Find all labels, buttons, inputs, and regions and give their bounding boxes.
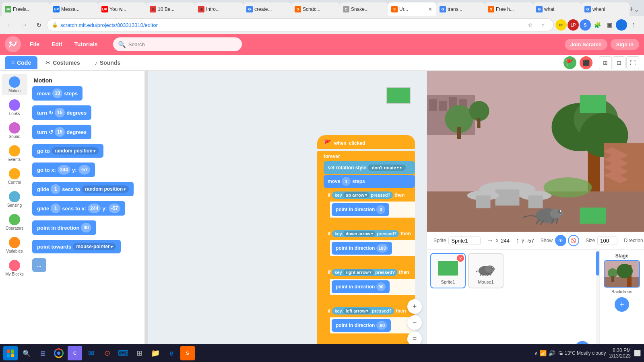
forward-button[interactable]: → (18, 19, 31, 31)
taskbar-mail[interactable]: ✉ (84, 346, 98, 360)
weather-info[interactable]: 🌤 13°C Mostly cloudy (558, 350, 606, 356)
join-scratch-button[interactable]: Join Scratch (565, 39, 607, 50)
extension-profile[interactable]: 👤 (616, 19, 627, 31)
tab-code[interactable]: ≡ Code (5, 56, 37, 69)
taskbar-search-button[interactable]: 🔍 (19, 346, 34, 360)
point-up-block[interactable]: point in direction 0 (332, 203, 389, 216)
category-events[interactable]: Events (2, 143, 27, 164)
point-down-block[interactable]: point in direction 180 (332, 242, 392, 255)
scratch-logo[interactable] (5, 36, 21, 52)
extension-lastpass[interactable]: LP (568, 19, 579, 31)
taskbar-apps[interactable]: ⊞ (132, 346, 147, 360)
tab-youtube[interactable]: UP You w... (98, 2, 147, 16)
turn-ccw-block[interactable]: turn ↺ 15 degrees (32, 125, 91, 139)
taskbar-taskview[interactable]: ⊞ (35, 346, 50, 360)
nav-file[interactable]: File (24, 39, 45, 50)
sprite-name-input[interactable] (448, 237, 481, 245)
refresh-button[interactable]: ↻ (32, 19, 45, 31)
tab-what[interactable]: G what (533, 2, 581, 16)
backdrop-thumbnail[interactable] (604, 260, 640, 288)
small-stage-button[interactable]: ⊞ (599, 56, 612, 69)
forever-block[interactable]: forever set rotation style don't rotate … (317, 151, 415, 346)
point-direction-block[interactable]: point in direction 90 (32, 220, 96, 235)
glide-to-dropdown[interactable]: random position (82, 185, 129, 193)
tab-intro[interactable]: 🐞 Intro... (195, 2, 243, 16)
zoom-out-button[interactable]: − (407, 315, 422, 330)
tab-freelancer[interactable]: UP Freela... (2, 2, 50, 16)
size-input[interactable] (597, 237, 617, 245)
volume-icon[interactable]: 🔊 (548, 350, 555, 356)
glide-to-block[interactable]: glide 1 secs to random position (32, 182, 134, 196)
category-sensing[interactable]: Sensing (2, 189, 27, 210)
set-rotation-block[interactable]: set rotation style don't rotate ▾ (324, 161, 415, 174)
tab-translate[interactable]: G trans... (436, 2, 485, 16)
tab-10best[interactable]: 🐞 10 Be... (147, 2, 195, 16)
sprite-thumb-mouse1[interactable]: Mouse1 (468, 253, 504, 288)
green-flag-button[interactable]: 🚩 (564, 56, 576, 69)
show-desktop-button[interactable]: ⬜ (634, 350, 641, 356)
extension-sidebar[interactable]: ▣ (604, 19, 615, 31)
taskbar-canva[interactable]: C (68, 346, 82, 360)
show-hidden-button[interactable]: 🚫 (568, 235, 579, 246)
point-towards-dropdown[interactable]: mouse-pointer (73, 243, 116, 250)
back-button[interactable]: ← (3, 19, 16, 31)
point-left-block[interactable]: point in direction -90 (332, 319, 391, 332)
sprite-delete-button[interactable]: ✕ (457, 255, 464, 262)
large-stage-button[interactable]: ⊟ (613, 56, 625, 69)
sign-in-button[interactable]: Sign in (611, 39, 639, 50)
start-button[interactable] (3, 346, 18, 360)
add-backdrop-button[interactable]: + (615, 297, 629, 312)
sprites-scrollbar-thumb[interactable] (596, 251, 599, 276)
show-visible-button[interactable]: 👁 (555, 235, 566, 246)
new-tab-button[interactable]: + (630, 2, 634, 16)
point-right-block[interactable]: point in direction 90 (332, 280, 390, 293)
category-myblocks[interactable]: My Blocks (2, 257, 27, 279)
tab-create[interactable]: G create... (243, 2, 291, 16)
tab-wheni[interactable]: G wheni (581, 2, 630, 16)
nav-edit[interactable]: Edit (46, 39, 68, 50)
zoom-in-button[interactable]: + (407, 299, 422, 314)
extension-puzzle[interactable]: 🧩 (592, 19, 603, 31)
category-looks[interactable]: Looks (2, 97, 27, 118)
show-hidden-icons[interactable]: ∧ (534, 350, 538, 356)
goto-dropdown[interactable]: random position (52, 147, 99, 154)
sprite-thumb-sprite1[interactable]: ✕ Sprite1 (430, 253, 466, 288)
when-clicked-hat[interactable]: 🚩 when clicked (317, 135, 415, 149)
network-icon[interactable]: 📶 (540, 350, 547, 356)
category-motion[interactable]: Motion (2, 74, 27, 95)
move-steps-block[interactable]: move 10 steps (32, 86, 83, 101)
scratch-search-bar[interactable]: 🔍 (113, 37, 242, 51)
tab-sounds[interactable]: ♪ Sounds (88, 56, 127, 69)
nav-tutorials[interactable]: Tutorials (69, 39, 103, 50)
minimize-button[interactable]: — (639, 5, 644, 16)
goto-xy-block[interactable]: go to x: 244 y: -57 (32, 162, 95, 177)
tab-scratch1[interactable]: S Scratc... (291, 2, 340, 16)
category-variables[interactable]: Variables (2, 234, 27, 256)
category-sound[interactable]: Sound (2, 120, 27, 141)
rotation-dropdown[interactable]: don't rotate ▾ (368, 165, 406, 171)
scripting-area[interactable]: 🚩 when clicked forever set rotation styl… (148, 71, 427, 362)
share-button[interactable]: ↑ (537, 19, 549, 31)
taskbar-chrome[interactable] (52, 346, 66, 360)
more-blocks-placeholder[interactable]: ... (32, 258, 46, 272)
browser-menu[interactable]: ⋮ (628, 19, 639, 31)
url-bar[interactable]: 🔒 scratch.mit.edu/projects/803313310/edi… (47, 19, 554, 31)
taskbar-scratch[interactable]: S (180, 346, 195, 360)
move-1-block[interactable]: move 1 steps (324, 175, 415, 188)
tab-free[interactable]: S Free h... (485, 2, 533, 16)
search-input[interactable] (128, 41, 237, 47)
category-operators[interactable]: Operators (2, 212, 27, 233)
tab-overflow-button[interactable]: ⌄ (634, 2, 639, 16)
tab-messenger[interactable]: UP Messa... (50, 2, 98, 16)
turn-cw-block[interactable]: turn ↻ 15 degrees (32, 105, 91, 120)
glide-xy-block[interactable]: glide 1 secs to x: 244 y: -57 (32, 201, 125, 216)
bookmark-button[interactable]: ☆ (524, 19, 536, 31)
fullscreen-button[interactable]: ⛶ (626, 56, 639, 69)
extension-s[interactable]: S (580, 19, 591, 31)
panel-divider[interactable] (145, 71, 148, 362)
tab-costumes[interactable]: ✂ Costumes (39, 56, 87, 69)
tab-snake[interactable]: C Snake... (340, 2, 388, 16)
taskbar-vscode[interactable]: ⌨ (116, 346, 130, 360)
tab-scratch-active[interactable]: S Ur... ✕ (388, 2, 436, 16)
point-towards-block[interactable]: point towards mouse-pointer (32, 240, 121, 253)
